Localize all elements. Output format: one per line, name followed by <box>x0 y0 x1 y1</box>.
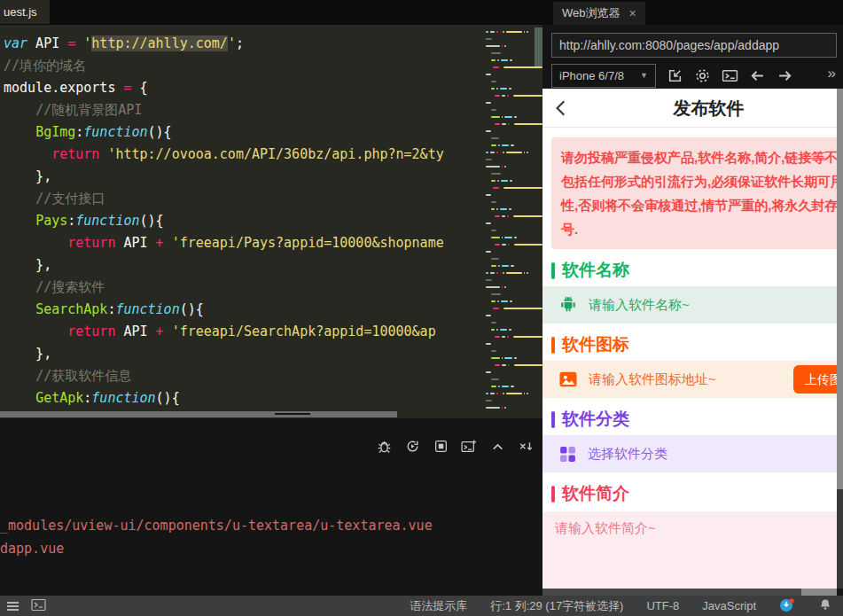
section-intro-textarea[interactable]: 请输入软件简介~ <box>542 511 843 589</box>
minimap-line <box>483 362 542 369</box>
minimap-line <box>483 262 542 269</box>
browser-panel: iPhone 6/7/8 ▼ » 发布软件 请勿投稿严重侵权产品,软件名称,简介… <box>542 25 843 596</box>
new-terminal-icon[interactable] <box>461 438 477 454</box>
minimap-line <box>483 135 542 142</box>
editor-tab-label: uest.js <box>4 5 37 19</box>
update-notification-icon[interactable] <box>779 597 795 615</box>
code-line: Pays:function(){ <box>4 210 483 232</box>
terminal-icon[interactable] <box>31 598 46 614</box>
minimap-line <box>483 184 542 191</box>
code-line: GetApk:function(){ <box>4 387 483 409</box>
minimap-line <box>483 404 542 411</box>
settings-icon[interactable] <box>693 66 711 84</box>
code-editor[interactable]: var API = 'http://ahlly.com/';//填你的域名mod… <box>0 25 483 418</box>
code-line: }, <box>4 166 483 188</box>
browser-tab[interactable]: Web浏览器 × <box>553 2 645 25</box>
minimap-line <box>483 92 542 99</box>
minimap-line <box>483 85 542 92</box>
minimap-line <box>483 177 542 184</box>
minimap-line <box>483 156 542 163</box>
syntax-lib-status[interactable]: 语法提示库 <box>410 598 467 614</box>
preview-hscrollbar[interactable] <box>542 589 837 596</box>
minimap-line <box>483 206 542 213</box>
console-output-line[interactable]: dapp.vue <box>0 537 433 560</box>
grid-icon <box>558 445 577 464</box>
code-line: }, <box>4 343 483 365</box>
minimap-line <box>483 199 542 206</box>
section-category-header: 软件分类 <box>542 407 843 432</box>
code-line: module.exports = { <box>4 77 483 99</box>
minimap-line <box>483 113 542 121</box>
minimap-line <box>483 99 542 106</box>
input-placeholder: 请输入软件图标地址~ <box>589 371 716 388</box>
code-line: SearchApk:function(){ <box>4 299 483 321</box>
restart-icon[interactable] <box>404 438 420 454</box>
minimap-line <box>483 369 542 376</box>
console-output-line[interactable]: _modules/uview-ui/components/u-textarea/… <box>0 514 433 537</box>
hbuilderx-window: uest.js Web浏览器 × var API = 'http://ahlly… <box>0 0 843 616</box>
encoding-status[interactable]: UTF-8 <box>646 599 679 612</box>
upload-image-button[interactable]: 上传图片 <box>793 365 843 394</box>
console-output: _modules/uview-ui/components/u-textarea/… <box>0 514 433 560</box>
editor-tab-request-js[interactable]: uest.js <box>0 0 50 24</box>
minimap-line <box>483 397 542 404</box>
section-accent-bar <box>551 262 555 279</box>
console-toolbar <box>376 438 534 454</box>
code-line: var API = 'http://ahlly.com/'; <box>4 33 483 55</box>
minimap-line <box>483 191 542 199</box>
section-name-input[interactable]: 请输入软件名称~ <box>542 286 843 324</box>
menu-icon[interactable] <box>7 600 19 612</box>
minimap-line <box>483 57 542 64</box>
minimap-scroll-thumb[interactable] <box>535 27 542 66</box>
url-input[interactable] <box>551 33 837 58</box>
editor-hscrollbar-thumb[interactable] <box>0 411 397 417</box>
clear-icon[interactable] <box>518 438 534 454</box>
section-accent-bar <box>551 411 555 428</box>
minimap-line <box>483 170 542 177</box>
console-panel: _modules/uview-ui/components/u-textarea/… <box>0 418 542 596</box>
minimap-line <box>483 319 542 326</box>
minimap-line <box>483 71 542 78</box>
section-title: 软件图标 <box>562 333 629 356</box>
page-title: 发布软件 <box>542 89 843 128</box>
minimap-line <box>483 269 542 277</box>
console-icon[interactable] <box>721 66 738 84</box>
input-placeholder: 请输入软件名称~ <box>589 297 690 314</box>
device-selector[interactable]: iPhone 6/7/8 ▼ <box>551 64 656 88</box>
section-icon-input[interactable]: 请输入软件图标地址~上传图片 <box>542 361 843 398</box>
minimap-line <box>483 227 542 234</box>
section-title: 软件分类 <box>562 408 629 431</box>
editor-body: var API = 'http://ahlly.com/';//填你的域名mod… <box>0 25 542 418</box>
preview-vscrollbar-thumb[interactable] <box>837 489 843 589</box>
more-tools-icon[interactable]: » <box>828 65 836 82</box>
minimap-line <box>483 213 542 220</box>
minimap-line <box>483 298 542 305</box>
debug-icon[interactable] <box>376 438 392 454</box>
minimap-line <box>483 50 542 57</box>
open-external-icon[interactable] <box>666 66 683 84</box>
section-name-header: 软件名称 <box>542 258 843 283</box>
back-icon[interactable] <box>748 66 766 84</box>
minimap-line <box>483 383 542 390</box>
bell-icon[interactable] <box>818 597 832 615</box>
minimap-line <box>483 255 542 262</box>
minimap[interactable] <box>483 28 542 417</box>
code-line: //搜索软件 <box>4 277 483 299</box>
minimap-line <box>483 220 542 227</box>
collapse-up-icon[interactable] <box>489 438 505 454</box>
minimap-line <box>483 234 542 241</box>
preview-hscrollbar-thumb[interactable] <box>542 589 801 596</box>
minimap-line <box>483 64 542 71</box>
cursor-position-status[interactable]: 行:1 列:29 (17字符被选择) <box>490 598 623 614</box>
language-status[interactable]: JavaScript <box>702 599 756 612</box>
forward-icon[interactable] <box>776 66 793 84</box>
close-icon[interactable]: × <box>629 6 636 20</box>
warning-notice: 请勿投稿严重侵权产品,软件名称,简介,链接等不得包括任何形式的引流行为,必须保证… <box>551 137 843 249</box>
minimap-line <box>483 128 542 135</box>
stop-icon[interactable] <box>433 438 449 454</box>
minimap-line <box>483 106 542 113</box>
section-category-input[interactable]: 选择软件分类 <box>542 435 843 472</box>
preview-vscrollbar[interactable] <box>837 89 843 589</box>
scrollbar-corner <box>837 589 843 596</box>
editor-hscrollbar[interactable] <box>0 411 483 417</box>
